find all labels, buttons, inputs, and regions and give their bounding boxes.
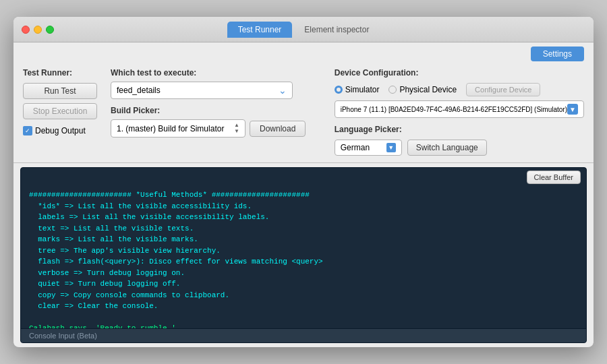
console-line: copy => Copy console commands to clipboa… <box>29 290 578 301</box>
test-select-arrow-icon: ⌄ <box>279 85 287 96</box>
language-select[interactable]: German ▼ <box>335 140 402 156</box>
test-build-panel: Which test to execute: feed_details ⌄ Bu… <box>111 68 321 138</box>
console-input-label: Console Input (Beta) <box>29 332 97 340</box>
device-select[interactable]: iPhone 7 (11.1) [B0A2ED49-7F4C-49A6-B214… <box>335 100 584 118</box>
console-footer[interactable]: Console Input (Beta) <box>21 328 586 342</box>
test-runner-panel: Test Runner: Run Test Stop Execution Deb… <box>23 68 97 135</box>
language-picker-label: Language Picker: <box>335 125 584 134</box>
device-select-value: iPhone 7 (11.1) [B0A2ED49-7F4C-49A6-B214… <box>341 106 567 113</box>
language-row: German ▼ Switch Language <box>335 140 584 156</box>
build-stepper-value: 1. (master) Build for Simulator <box>117 124 224 133</box>
stop-execution-button[interactable]: Stop Execution <box>23 103 97 119</box>
console-line: Calabash says, 'Ready to rumble.' <box>29 323 578 328</box>
physical-device-label: Physical Device <box>399 85 457 94</box>
console-line: flash => flash(<query>): Disco effect fo… <box>29 256 578 268</box>
console-line: clear => Clear the console. <box>29 301 578 312</box>
device-select-arrow-icon: ▼ <box>567 104 578 115</box>
console-line: marks => List all the visible marks. <box>29 234 578 245</box>
console-line: ####################### *Useful Methods*… <box>29 189 578 201</box>
test-runner-label: Test Runner: <box>23 68 97 78</box>
console-line: text => List all the visible texts. <box>29 223 578 235</box>
maximize-button[interactable] <box>46 26 54 34</box>
language-select-arrow-icon: ▼ <box>386 143 396 152</box>
physical-device-radio[interactable]: Physical Device <box>388 85 457 94</box>
settings-bar: Settings <box>13 42 594 61</box>
console-header: Clear Buffer <box>21 168 586 187</box>
stepper-arrows-icon: ▲ ▼ <box>234 123 239 134</box>
console-line: *ids* => List all the visible accessibil… <box>29 201 578 212</box>
tab-element-inspector[interactable]: Element inspector <box>293 22 380 38</box>
main-window: Test Runner Element inspector Settings T… <box>13 17 594 347</box>
device-type-row: Simulator Physical Device Configure Devi… <box>335 83 584 96</box>
physical-device-radio-icon <box>388 86 397 94</box>
debug-checkbox[interactable] <box>23 126 32 135</box>
run-test-button[interactable]: Run Test <box>23 83 97 99</box>
close-button[interactable] <box>22 26 30 34</box>
top-panel: Test Runner: Run Test Stop Execution Deb… <box>13 61 594 163</box>
build-stepper[interactable]: 1. (master) Build for Simulator ▲ ▼ <box>111 119 245 138</box>
build-picker-label: Build Picker: <box>111 106 321 115</box>
tab-bar: Test Runner Element inspector <box>227 22 380 38</box>
console-line: tree => The app's visible view hierarchy… <box>29 245 578 257</box>
tab-test-runner[interactable]: Test Runner <box>227 22 293 38</box>
console-line: labels => List all the visible accessibi… <box>29 212 578 223</box>
console-line: verbose => Turn debug logging on. <box>29 268 578 279</box>
console-line: quiet => Turn debug logging off. <box>29 278 578 290</box>
console-output: ####################### *Useful Methods*… <box>21 187 586 328</box>
build-picker-field: Build Picker: 1. (master) Build for Simu… <box>111 106 321 138</box>
console-line <box>29 312 578 324</box>
language-select-value: German <box>341 143 370 152</box>
configure-device-button[interactable]: Configure Device <box>466 83 540 96</box>
debug-label: Debug Output <box>35 126 86 135</box>
simulator-label: Simulator <box>345 85 380 94</box>
which-test-field: Which test to execute: feed_details ⌄ <box>111 68 321 99</box>
simulator-radio[interactable]: Simulator <box>335 85 380 94</box>
main-content: Settings Test Runner: Run Test Stop Exec… <box>13 42 594 347</box>
switch-language-button[interactable]: Switch Language <box>407 140 487 156</box>
test-select-value: feed_details <box>117 86 161 95</box>
debug-row: Debug Output <box>23 126 97 135</box>
console-area: Clear Buffer ####################### *Us… <box>20 167 587 343</box>
which-test-label: Which test to execute: <box>111 68 321 78</box>
minimize-button[interactable] <box>34 26 42 34</box>
device-config-label: Device Configuration: <box>335 68 584 78</box>
settings-button[interactable]: Settings <box>531 47 584 61</box>
titlebar: Test Runner Element inspector <box>13 17 594 42</box>
download-button[interactable]: Download <box>250 121 306 137</box>
device-config-panel: Device Configuration: Simulator Physical… <box>335 68 584 156</box>
simulator-radio-icon <box>335 86 343 94</box>
clear-buffer-button[interactable]: Clear Buffer <box>527 171 581 184</box>
test-select[interactable]: feed_details ⌄ <box>111 82 293 99</box>
build-stepper-row: 1. (master) Build for Simulator ▲ ▼ Down… <box>111 119 321 138</box>
traffic-lights <box>22 26 54 34</box>
